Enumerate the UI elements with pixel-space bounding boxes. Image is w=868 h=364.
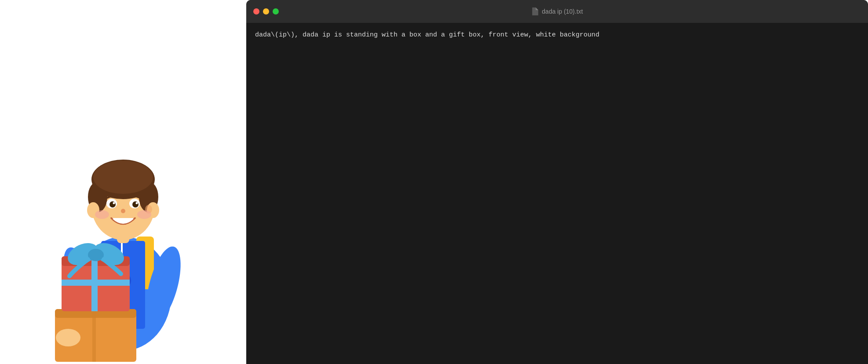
svg-rect-29 bbox=[92, 309, 96, 362]
title-text: dada ip (10).txt bbox=[542, 8, 583, 15]
window-title: dada ip (10).txt bbox=[531, 7, 583, 15]
svg-point-11 bbox=[93, 160, 153, 194]
editor-text: dada\(ip\), dada ip is standing with a b… bbox=[255, 30, 859, 40]
window-controls bbox=[253, 8, 279, 15]
svg-point-36 bbox=[88, 249, 104, 261]
svg-point-22 bbox=[95, 210, 109, 219]
close-button[interactable] bbox=[253, 8, 259, 15]
character-illustration bbox=[31, 65, 215, 364]
svg-point-21 bbox=[121, 209, 125, 213]
svg-point-17 bbox=[109, 201, 116, 207]
text-editor-window: dada ip (10).txt dada\(ip\), dada ip is … bbox=[246, 0, 868, 364]
svg-point-19 bbox=[113, 202, 115, 204]
maximize-button[interactable] bbox=[273, 8, 279, 15]
svg-point-37 bbox=[56, 329, 80, 346]
svg-point-20 bbox=[136, 202, 138, 204]
svg-rect-33 bbox=[62, 280, 130, 286]
window-titlebar: dada ip (10).txt bbox=[246, 0, 868, 23]
file-icon bbox=[531, 7, 538, 15]
left-panel bbox=[0, 0, 246, 364]
svg-point-23 bbox=[137, 210, 151, 219]
minimize-button[interactable] bbox=[263, 8, 269, 15]
editor-content[interactable]: dada\(ip\), dada ip is standing with a b… bbox=[246, 23, 868, 364]
svg-point-18 bbox=[132, 201, 139, 207]
